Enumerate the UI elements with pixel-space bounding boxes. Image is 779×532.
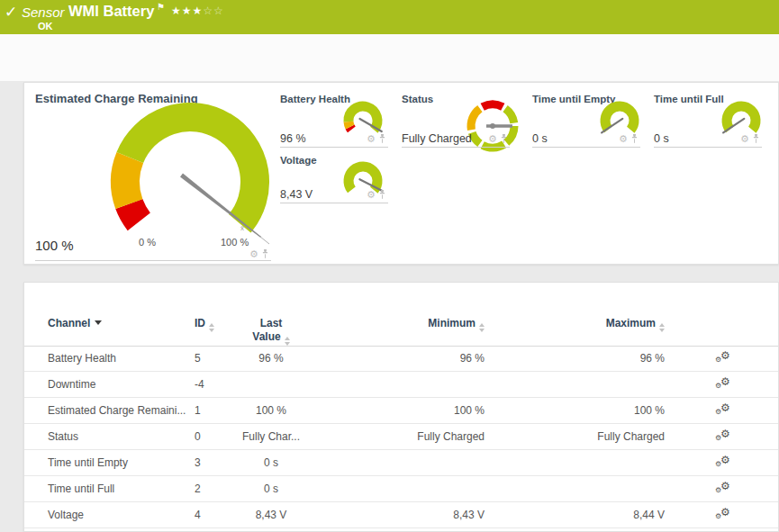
pin-icon[interactable] [630, 134, 639, 144]
sensor-title: WMI Battery [68, 3, 154, 20]
table-row-status: Status 0 Fully Char... Fully Charged Ful… [24, 424, 778, 450]
channel-id: 1 [195, 404, 201, 417]
main-gauge-min-label: 0 % [139, 237, 156, 248]
column-header-channel-label: Channel [48, 317, 90, 329]
main-gauge-max-label: 100 % [221, 237, 249, 248]
column-header-value-label: Value [252, 330, 280, 343]
gauges-panel: Estimated Charge Remaining x̄ 0 % 100 % … [23, 82, 779, 265]
main-gauge-tools: ⚙ [249, 249, 269, 259]
favorite-flag-icon[interactable]: ⚑ [157, 2, 165, 12]
sort-icon [209, 323, 214, 332]
channel-id: 4 [195, 509, 201, 521]
time-until-empty-value: 0 s [532, 132, 548, 145]
last-value: 0 s [217, 456, 325, 469]
channel-settings-icon[interactable]: ⚙⚙ [715, 455, 737, 471]
ok-check-icon: ✓ [5, 3, 17, 22]
voltage-value: 8,43 V [280, 188, 313, 201]
battery-health-tools: ⚙ [367, 134, 386, 144]
column-header-minimum-label: Minimum [428, 317, 476, 329]
stars-empty: ☆☆ [203, 5, 224, 17]
pin-icon[interactable] [500, 134, 508, 144]
table-row-downtime: Downtime -4 ⚙⚙ [24, 372, 778, 398]
column-header-id[interactable]: ID [195, 317, 214, 332]
pin-icon[interactable] [261, 249, 269, 259]
table-row-voltage: Voltage 4 8,43 V 8,43 V 8,44 V ⚙⚙ [24, 502, 778, 528]
tile-divider [402, 147, 510, 148]
tile-divider [280, 147, 388, 148]
voltage-title: Voltage [280, 155, 317, 166]
column-header-id-label: ID [195, 317, 205, 329]
tile-divider [654, 147, 762, 148]
channel-id: 5 [195, 352, 201, 365]
pin-icon[interactable] [378, 134, 386, 144]
status-text: OK [38, 21, 53, 32]
table-row-time-until-empty: Time until Empty 3 0 s ⚙⚙ [24, 450, 778, 476]
maximum-value: 8,44 V [530, 509, 665, 521]
tile-divider [35, 260, 271, 261]
minimum-value: 96 % [349, 352, 485, 365]
channel-id: 0 [195, 430, 201, 443]
channel-settings-icon[interactable]: ⚙⚙ [715, 350, 737, 366]
tile-divider [532, 147, 640, 148]
channel-name[interactable]: Status [48, 430, 78, 443]
minimum-value: Fully Charged [349, 430, 485, 443]
maximum-value: 100 % [530, 404, 665, 417]
channel-name[interactable]: Estimated Charge Remaini... [48, 404, 186, 417]
gauge-settings-icon[interactable]: ⚙ [488, 134, 497, 144]
channel-id: 2 [195, 482, 201, 495]
table-row-estimated-charge: Estimated Charge Remaini... 1 100 % 100 … [24, 398, 778, 424]
channel-id: 3 [195, 456, 201, 469]
column-header-minimum[interactable]: Minimum [349, 317, 485, 332]
gauge-settings-icon[interactable]: ⚙ [619, 134, 628, 144]
column-header-maximum[interactable]: Maximum [530, 317, 665, 332]
gauge-settings-icon[interactable]: ⚙ [740, 134, 749, 144]
column-header-last-value[interactable]: Last Value [217, 317, 325, 346]
sensor-status-banner: ✓ Sensor WMI Battery ⚑ ★★★☆☆ OK [0, 0, 779, 34]
channel-name[interactable]: Voltage [48, 509, 84, 521]
status-tools: ⚙ [488, 134, 508, 144]
object-type-label: Sensor [22, 5, 65, 20]
battery-health-value: 96 % [280, 132, 306, 145]
status-title: Status [402, 94, 433, 104]
gauge-settings-icon[interactable]: ⚙ [249, 249, 258, 259]
table-row-time-until-full: Time until Full 2 0 s ⚙⚙ [24, 476, 778, 502]
pin-icon[interactable] [378, 190, 386, 200]
last-value: 0 s [217, 482, 325, 495]
sort-icon [659, 323, 665, 332]
needle-tip-marker: x̄ [240, 224, 244, 232]
column-header-last-label: Last [217, 317, 325, 330]
voltage-tools: ⚙ [367, 190, 386, 200]
gauge-settings-icon[interactable]: ⚙ [367, 134, 376, 144]
tile-divider [280, 203, 388, 203]
sort-descending-icon [95, 320, 102, 325]
sort-icon [479, 323, 485, 332]
pin-icon[interactable] [752, 134, 760, 144]
maximum-value: 96 % [530, 352, 665, 365]
channel-name[interactable]: Time until Empty [48, 456, 128, 469]
status-value: Fully Charged [402, 132, 472, 145]
channel-settings-icon[interactable]: ⚙⚙ [715, 428, 737, 445]
channel-settings-icon[interactable]: ⚙⚙ [715, 402, 737, 419]
time-until-empty-tools: ⚙ [619, 134, 639, 144]
stars-filled: ★★★ [171, 5, 203, 17]
last-value: 100 % [217, 404, 325, 417]
time-until-full-value: 0 s [654, 132, 669, 145]
main-gauge-value: 100 % [35, 238, 74, 253]
channel-settings-icon[interactable]: ⚙⚙ [715, 376, 737, 392]
gauge-settings-icon[interactable]: ⚙ [367, 190, 376, 200]
channel-name[interactable]: Downtime [48, 378, 95, 391]
channel-settings-icon[interactable]: ⚙⚙ [715, 481, 737, 497]
table-row-battery-health: Battery Health 5 96 % 96 % 96 % ⚙⚙ [24, 346, 778, 372]
channel-id: -4 [195, 378, 204, 391]
tab-bar: Overview ((•))Live Data 2days 30days 365… [0, 34, 779, 81]
priority-stars[interactable]: ★★★☆☆ [171, 5, 224, 17]
channel-settings-icon[interactable]: ⚙⚙ [715, 507, 737, 523]
last-value: 96 % [217, 352, 325, 365]
channel-name[interactable]: Time until Full [48, 482, 114, 495]
last-value: 8,43 V [217, 509, 325, 521]
last-value: Fully Char... [217, 430, 325, 443]
channel-name[interactable]: Battery Health [48, 352, 116, 365]
column-header-channel[interactable]: Channel [48, 317, 102, 329]
channel-table-panel: Channel ID Last Value Minimum Maximum Ba… [23, 282, 779, 532]
maximum-value: Fully Charged [530, 430, 665, 443]
